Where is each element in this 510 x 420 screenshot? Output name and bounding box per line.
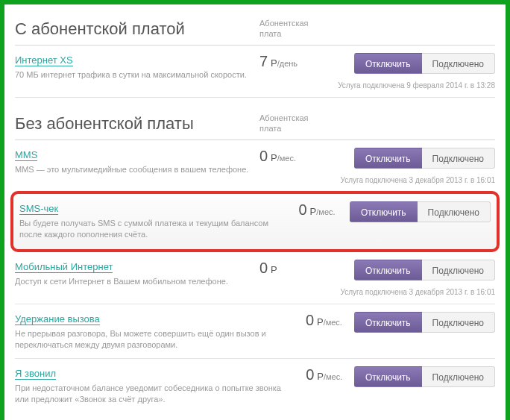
service-price: 0 Р/мес. [299, 201, 350, 240]
section-title: Без абонентской платы [15, 114, 259, 134]
service-price: 0 Р/мес. [306, 312, 354, 351]
service-actions: Отключить Подключено Услуга подключена 3… [331, 148, 495, 184]
service-main: SMS-чек Вы будете получать SMS с суммой … [19, 201, 299, 240]
service-meta: Услуга подключена 9 февраля 2014 г. в 13… [338, 81, 495, 90]
service-price: 0 Р [259, 260, 331, 296]
price-period: /мес. [324, 318, 342, 327]
price-period: /мес. [277, 154, 296, 163]
service-row-highlighted: SMS-чек Вы будете получать SMS с суммой … [10, 191, 500, 252]
section-header-nofee: Без абонентской платы Абонентская плата [15, 113, 495, 140]
service-actions: Отключить Подключено [350, 201, 491, 240]
price-currency: Р [317, 371, 324, 382]
service-main: Я звонил При недостаточном балансе уведо… [15, 366, 306, 405]
service-description: Не прерывая разговора, Вы можете соверши… [15, 328, 297, 351]
disable-button[interactable]: Отключить [354, 53, 422, 74]
service-price: 0 Р/мес. [306, 366, 354, 405]
service-main: Удержание вызова Не прерывая разговора, … [15, 312, 306, 351]
service-price: 7 Р/день [259, 53, 331, 90]
service-description: Доступ к сети Интернет в Вашем мобильном… [15, 276, 251, 287]
service-price: 0 Р/мес. [259, 148, 331, 184]
price-number: 7 [259, 53, 268, 69]
service-actions: Отключить Подключено Услуга подключена 3… [331, 260, 495, 296]
service-description: Вы будете получать SMS с суммой платежа … [19, 218, 290, 240]
service-row: Я звонил При недостаточном балансе уведо… [15, 359, 495, 413]
price-period: /мес. [316, 207, 335, 216]
price-number: 0 [306, 312, 314, 328]
service-row: Удержание вызова Не прерывая разговора, … [15, 304, 495, 359]
disable-button[interactable]: Отключить [350, 201, 418, 222]
service-meta: Услуга подключена 3 декабря 2013 г. в 16… [341, 176, 496, 184]
service-actions: Отключить Подключено Услуга подключена 9… [331, 53, 495, 90]
service-link[interactable]: Я звонил [15, 368, 56, 380]
service-link[interactable]: Мобильный Интернет [15, 261, 113, 273]
fee-column-header: Абонентская плата [259, 18, 331, 39]
disable-button[interactable]: Отключить [354, 312, 422, 333]
status-badge: Подключено [418, 201, 491, 222]
service-description: При недостаточном балансе уведомит собес… [15, 383, 297, 405]
service-link[interactable]: Интернет XS [15, 54, 73, 66]
price-number: 0 [259, 260, 268, 276]
service-actions: Отключить Подключено [354, 366, 495, 405]
service-meta: Услуга подключена 3 декабря 2013 г. в 16… [341, 288, 496, 296]
status-badge: Подключено [422, 53, 495, 74]
service-description: 70 МБ интернет трафика в сутки на максим… [15, 69, 251, 81]
price-currency: Р [310, 206, 317, 217]
service-link[interactable]: Удержание вызова [15, 313, 100, 325]
price-period: /мес. [324, 372, 342, 381]
price-currency: Р [271, 152, 277, 163]
status-badge: Подключено [422, 312, 495, 333]
section-title: С абонентской платой [15, 19, 259, 39]
status-badge: Подключено [422, 260, 495, 280]
service-row: Мобильный Интернет Доступ к сети Интерне… [15, 252, 495, 304]
service-main: Интернет XS 70 МБ интернет трафика в сут… [15, 53, 259, 90]
service-main: MMS MMS — это мультимедийные сообщения в… [15, 148, 259, 184]
price-number: 0 [299, 201, 307, 218]
service-description: MMS — это мультимедийные сообщения в ваш… [15, 164, 251, 175]
service-main: Мобильный Интернет Доступ к сети Интерне… [15, 260, 259, 296]
status-badge: Подключено [422, 148, 495, 169]
page-frame: С абонентской платой Абонентская плата И… [0, 0, 510, 420]
price-currency: Р [317, 316, 324, 327]
service-actions: Отключить Подключено [354, 312, 495, 351]
price-currency: Р [271, 264, 277, 275]
section-header-fee: С абонентской платой Абонентская плата [15, 18, 495, 46]
service-row: Интернет XS 70 МБ интернет трафика в сут… [15, 46, 495, 98]
fee-column-header: Абонентская плата [259, 113, 331, 134]
disable-button[interactable]: Отключить [354, 148, 422, 169]
service-link[interactable]: SMS-чек [19, 203, 58, 215]
price-period: /день [277, 59, 298, 68]
service-link[interactable]: MMS [15, 149, 37, 161]
disable-button[interactable]: Отключить [354, 260, 422, 280]
price-number: 0 [306, 366, 314, 383]
disable-button[interactable]: Отключить [354, 366, 422, 387]
status-badge: Подключено [422, 366, 495, 387]
service-row: MMS MMS — это мультимедийные сообщения в… [15, 140, 495, 192]
price-currency: Р [271, 57, 277, 69]
price-number: 0 [259, 148, 268, 164]
